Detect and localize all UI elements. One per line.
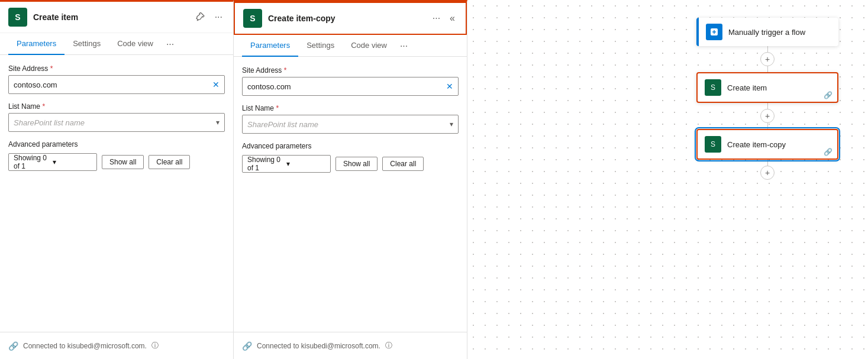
connector-1: +: [760, 46, 775, 72]
left-info-icon[interactable]: ⓘ: [151, 341, 159, 351]
right-panel-body: Site Address * ✕ List Name * SharePoint …: [234, 57, 467, 332]
left-advanced-showing: Showing 0 of 1: [14, 154, 53, 170]
left-panel-header: S Create item ···: [0, 2, 233, 33]
right-connection-info: 🔗 Connected to kisubedi@microsoft.com. ⓘ: [234, 332, 467, 359]
right-tab-settings[interactable]: Settings: [298, 35, 343, 57]
right-info-icon[interactable]: ⓘ: [385, 341, 392, 351]
left-advanced-label: Advanced parameters: [8, 140, 225, 148]
add-node-1-button[interactable]: +: [760, 52, 775, 66]
left-site-address-input-wrap[interactable]: ✕: [8, 75, 225, 94]
right-tab-more[interactable]: ···: [395, 35, 412, 56]
right-panel-tabs: Parameters Settings Code view ···: [234, 35, 467, 57]
copy-node[interactable]: S Create item-copy 🔗: [696, 129, 838, 160]
right-site-address-clear[interactable]: ✕: [446, 82, 453, 91]
right-site-address-input[interactable]: [247, 82, 446, 91]
left-tab-codeview[interactable]: Code view: [109, 33, 162, 55]
flow-diagram: Manually trigger a flow + S Create item …: [667, 0, 868, 359]
create-node-label: Create item: [727, 83, 767, 92]
right-tab-codeview[interactable]: Code view: [343, 35, 395, 57]
connector-3: +: [760, 160, 775, 180]
create-icon: S: [705, 79, 721, 96]
right-panel: S Create item-copy ··· « Parameters Sett…: [234, 0, 467, 359]
add-node-3-button[interactable]: +: [760, 166, 775, 180]
left-tab-settings[interactable]: Settings: [64, 33, 109, 55]
right-more-button[interactable]: ···: [430, 11, 443, 26]
trigger-node-inner: Manually trigger a flow: [699, 18, 838, 46]
left-panel: S Create item ··· Parameters Settings Co…: [0, 0, 234, 359]
create-node[interactable]: S Create item 🔗: [696, 72, 838, 103]
trigger-icon: [706, 24, 722, 40]
left-panel-icon: S: [8, 8, 27, 27]
flow-canvas: Manually trigger a flow + S Create item …: [467, 0, 868, 359]
left-list-name-chevron-icon: ▾: [216, 118, 220, 127]
right-advanced-label: Advanced parameters: [242, 142, 459, 150]
left-link-icon: 🔗: [8, 341, 18, 351]
copy-node-label: Create item-copy: [727, 140, 786, 149]
left-site-address-group: Site Address * ✕: [8, 64, 225, 94]
right-site-address-group: Site Address * ✕: [242, 66, 459, 96]
right-advanced-section: Advanced parameters Showing 0 of 1 ▾ Sho…: [242, 142, 459, 173]
trigger-node-label: Manually trigger a flow: [728, 28, 805, 37]
right-advanced-controls: Showing 0 of 1 ▾ Show all Clear all: [242, 155, 459, 173]
right-panel-header: S Create item-copy ··· «: [234, 2, 467, 35]
create-link-icon: 🔗: [824, 91, 832, 99]
copy-link-icon: 🔗: [824, 148, 832, 156]
right-site-address-label: Site Address *: [242, 66, 459, 75]
left-advanced-controls: Showing 0 of 1 ▾ Show all Clear all: [8, 153, 225, 171]
left-more-button[interactable]: ···: [212, 9, 225, 25]
right-list-name-group: List Name * SharePoint list name ▾: [242, 104, 459, 134]
left-tab-parameters[interactable]: Parameters: [8, 33, 64, 55]
connector-1-top: [767, 46, 768, 52]
copy-node-inner: S Create item-copy: [698, 130, 837, 159]
left-site-address-input[interactable]: [14, 80, 212, 89]
right-collapse-button[interactable]: «: [447, 11, 457, 26]
left-pin-button[interactable]: [193, 10, 208, 24]
left-panel-body: Site Address * ✕ List Name * SharePoint …: [0, 55, 233, 332]
create-node-inner: S Create item: [698, 73, 837, 102]
left-site-address-clear[interactable]: ✕: [212, 80, 220, 89]
connector-1-bottom: [767, 66, 768, 72]
left-show-all-button[interactable]: Show all: [102, 155, 144, 169]
right-connection-text: Connected to kisubedi@microsoft.com.: [257, 342, 380, 350]
left-panel-tabs: Parameters Settings Code view ···: [0, 33, 233, 55]
right-advanced-chevron-icon: ▾: [286, 160, 325, 168]
left-list-name-placeholder: SharePoint list name: [14, 118, 216, 127]
left-advanced-section: Advanced parameters Showing 0 of 1 ▾ Sho…: [8, 140, 225, 171]
left-panel-actions: ···: [193, 9, 225, 25]
trigger-node[interactable]: Manually trigger a flow: [696, 18, 838, 46]
left-tab-more[interactable]: ···: [162, 33, 179, 54]
connector-2-top: [767, 103, 768, 109]
right-list-name-label: List Name *: [242, 104, 459, 112]
connector-2-bottom: [767, 123, 768, 129]
left-connection-info: 🔗 Connected to kisubedi@microsoft.com. ⓘ: [0, 332, 233, 359]
left-list-name-group: List Name * SharePoint list name ▾: [8, 102, 225, 132]
right-advanced-showing: Showing 0 of 1: [247, 156, 286, 172]
right-panel-actions: ··· «: [430, 11, 457, 26]
left-clear-all-button[interactable]: Clear all: [149, 155, 190, 169]
right-advanced-dropdown[interactable]: Showing 0 of 1 ▾: [242, 155, 331, 173]
left-advanced-dropdown[interactable]: Showing 0 of 1 ▾: [8, 153, 97, 171]
right-list-name-chevron-icon: ▾: [450, 120, 453, 128]
right-link-icon: 🔗: [242, 341, 252, 351]
right-list-name-select[interactable]: SharePoint list name ▾: [242, 115, 459, 134]
left-panel-title: Create item: [33, 12, 188, 22]
left-connection-text: Connected to kisubedi@microsoft.com.: [23, 342, 147, 350]
connector-3-top: [767, 160, 768, 166]
left-site-address-label: Site Address *: [8, 64, 225, 73]
left-advanced-chevron-icon: ▾: [53, 158, 92, 166]
copy-icon: S: [705, 136, 721, 153]
left-list-name-select[interactable]: SharePoint list name ▾: [8, 113, 225, 132]
right-site-address-input-wrap[interactable]: ✕: [242, 77, 459, 96]
right-list-name-placeholder: SharePoint list name: [247, 120, 450, 129]
right-panel-icon: S: [243, 9, 262, 28]
right-panel-title: Create item-copy: [268, 14, 424, 23]
right-clear-all-button[interactable]: Clear all: [382, 157, 424, 171]
left-list-name-label: List Name *: [8, 102, 225, 111]
add-node-2-button[interactable]: +: [760, 109, 775, 123]
right-tab-parameters[interactable]: Parameters: [242, 35, 298, 57]
right-show-all-button[interactable]: Show all: [335, 157, 377, 171]
connector-2: +: [760, 103, 775, 129]
